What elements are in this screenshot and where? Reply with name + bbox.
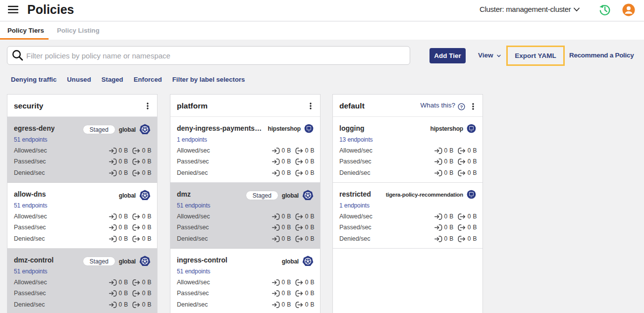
svg-text:?: ? bbox=[460, 104, 463, 109]
